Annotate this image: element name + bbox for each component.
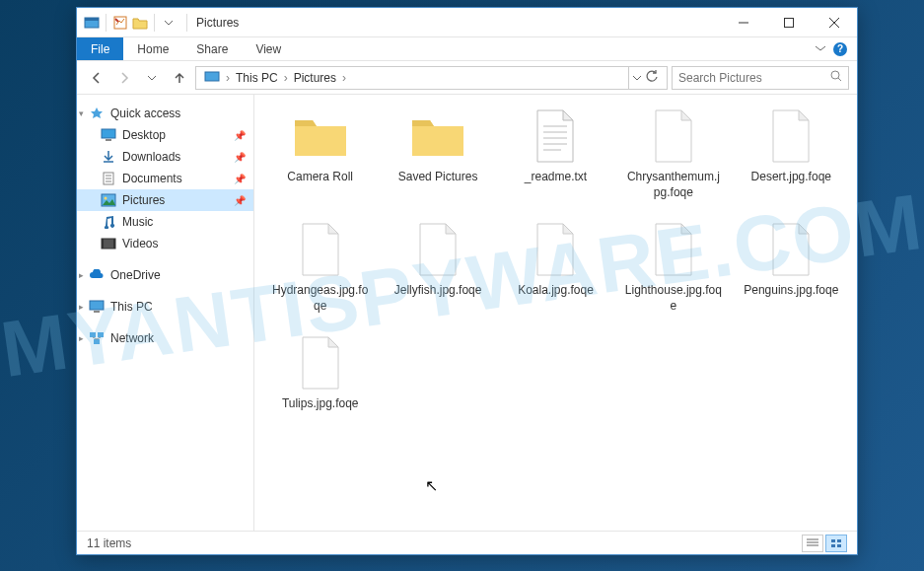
svg-rect-7	[205, 72, 219, 81]
sidebar-item-documents[interactable]: Documents📌	[77, 168, 253, 189]
qat-dropdown-icon[interactable]	[160, 14, 178, 32]
status-item-count: 11 items	[87, 536, 131, 550]
ribbon: File Home Share View ?	[77, 37, 857, 61]
breadcrumb-root-icon[interactable]	[200, 69, 224, 86]
svg-rect-38	[837, 544, 841, 547]
svg-rect-19	[102, 239, 115, 249]
refresh-icon[interactable]	[645, 69, 659, 86]
file-item[interactable]: Desert.jpg.foqe	[738, 107, 845, 200]
sidebar-onedrive[interactable]: ▸ OneDrive	[77, 264, 253, 286]
item-label: Hydrangeas.jpg.foqe	[271, 283, 370, 314]
chevron-right-icon[interactable]: ›	[224, 71, 232, 85]
file-item[interactable]: Penguins.jpg.foqe	[738, 220, 845, 314]
recent-dropdown[interactable]	[140, 66, 164, 90]
sidebar-item-videos[interactable]: Videos	[77, 233, 253, 254]
svg-rect-24	[90, 332, 96, 337]
documents-icon	[101, 171, 116, 186]
file-item[interactable]: Lighthouse.jpg.foqe	[619, 220, 727, 314]
close-button[interactable]	[812, 8, 857, 37]
sidebar-item-label: Videos	[122, 237, 158, 250]
ribbon-tab-home[interactable]: Home	[123, 37, 182, 60]
breadcrumb-item[interactable]: This PC	[232, 71, 282, 85]
chevron-right-icon[interactable]: ▸	[79, 333, 84, 343]
details-view-button[interactable]	[802, 535, 823, 552]
cloud-icon	[89, 267, 105, 283]
forward-button[interactable]	[112, 66, 136, 90]
file-item[interactable]: _readme.txt	[502, 107, 609, 200]
svg-rect-22	[90, 301, 104, 310]
folder-item[interactable]: Camera Roll	[266, 107, 374, 200]
chevron-right-icon[interactable]: ›	[340, 71, 348, 85]
blank-file-icon	[289, 333, 352, 393]
pin-icon: 📌	[234, 195, 246, 206]
ribbon-tab-file[interactable]: File	[77, 37, 123, 60]
svg-point-18	[105, 197, 107, 200]
sidebar-label: OneDrive	[110, 268, 161, 282]
file-item[interactable]: Koala.jpg.foqe	[502, 220, 609, 314]
downloads-icon	[101, 149, 116, 165]
sidebar-item-label: Pictures	[122, 193, 165, 207]
statusbar: 11 items	[77, 531, 857, 554]
window-controls	[721, 8, 857, 37]
item-label: Lighthouse.jpg.foqe	[624, 283, 723, 314]
item-label: Jellyfish.jpg.foqe	[394, 283, 482, 299]
item-label: Chrysanthemum.jpg.foqe	[624, 170, 723, 200]
minimize-button[interactable]	[721, 8, 766, 37]
sidebar-item-label: Desktop	[122, 128, 166, 142]
ribbon-tab-share[interactable]: Share	[182, 37, 242, 60]
search-input[interactable]	[678, 71, 830, 85]
chevron-right-icon[interactable]: ▸	[79, 270, 84, 280]
file-item[interactable]: Jellyfish.jpg.foqe	[384, 220, 491, 314]
sidebar-item-desktop[interactable]: Desktop📌	[77, 124, 253, 146]
blank-file-icon	[642, 220, 705, 279]
explorer-window: Pictures File Home Share View ? › This P…	[76, 7, 858, 555]
music-icon	[101, 214, 116, 230]
breadcrumb[interactable]: › This PC › Pictures ›	[195, 66, 668, 90]
chevron-right-icon[interactable]: ▸	[79, 302, 84, 312]
app-icon	[83, 14, 101, 32]
svg-rect-37	[831, 544, 835, 547]
sidebar-item-downloads[interactable]: Downloads📌	[77, 146, 253, 168]
pictures-icon	[101, 192, 116, 208]
sidebar-item-pictures[interactable]: Pictures📌	[77, 189, 253, 211]
breadcrumb-dropdown-icon[interactable]	[633, 71, 641, 85]
blank-file-icon	[642, 107, 705, 166]
pin-icon: 📌	[234, 130, 246, 141]
pin-icon: 📌	[234, 174, 246, 184]
ribbon-expand-icon[interactable]	[816, 42, 825, 56]
new-folder-icon[interactable]	[131, 14, 149, 32]
window-title: Pictures	[196, 16, 239, 30]
item-label: Penguins.jpg.foqe	[744, 283, 838, 299]
sidebar-this-pc[interactable]: ▸ This PC	[77, 296, 253, 318]
icons-view-button[interactable]	[825, 535, 847, 552]
up-button[interactable]	[168, 66, 191, 90]
network-icon	[89, 330, 105, 346]
maximize-button[interactable]	[766, 8, 812, 37]
sidebar-item-label: Downloads	[122, 150, 180, 164]
sidebar-network[interactable]: ▸ Network	[77, 327, 253, 349]
search-icon[interactable]	[830, 70, 842, 85]
sidebar-item-label: Music	[122, 215, 153, 229]
sidebar-item-music[interactable]: Music	[77, 211, 253, 233]
quick-access-toolbar	[77, 14, 183, 32]
svg-rect-23	[94, 311, 100, 313]
sidebar-quick-access[interactable]: ▾ Quick access	[77, 103, 253, 124]
content-pane[interactable]: Camera RollSaved Pictures_readme.txtChry…	[254, 95, 857, 531]
search-box[interactable]	[672, 66, 849, 90]
file-item[interactable]: Tulips.jpg.foqe	[266, 333, 374, 412]
help-icon[interactable]: ?	[833, 42, 847, 56]
file-item[interactable]: Hydrangeas.jpg.foqe	[266, 220, 374, 314]
svg-rect-36	[837, 539, 841, 542]
svg-rect-20	[102, 239, 104, 249]
properties-icon[interactable]	[111, 14, 129, 32]
item-label: _readme.txt	[525, 170, 587, 185]
ribbon-tab-view[interactable]: View	[242, 37, 295, 60]
back-button[interactable]	[85, 66, 108, 90]
chevron-right-icon[interactable]: ›	[282, 71, 290, 85]
breadcrumb-item[interactable]: Pictures	[290, 71, 340, 85]
file-item[interactable]: Chrysanthemum.jpg.foqe	[619, 107, 727, 200]
blank-file-icon	[759, 220, 822, 279]
folder-item[interactable]: Saved Pictures	[384, 107, 491, 200]
chevron-down-icon[interactable]: ▾	[79, 108, 84, 118]
svg-rect-35	[831, 539, 835, 542]
